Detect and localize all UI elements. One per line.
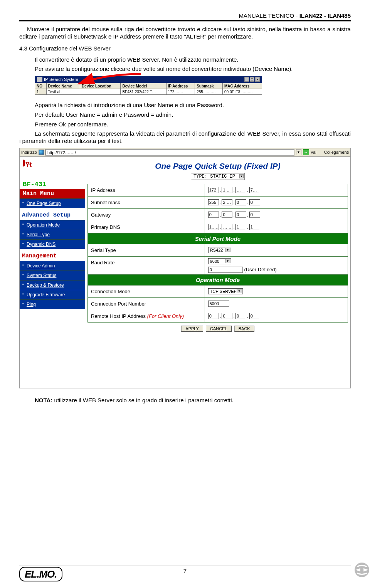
main-panel: One Page Quick Setup (Fixed IP) TYPE: ST…	[85, 157, 350, 388]
baud-select[interactable]	[208, 258, 231, 264]
subnet-octet-2[interactable]	[222, 199, 232, 205]
col-no: NO	[35, 83, 47, 89]
subnet-octet-4[interactable]	[249, 199, 260, 205]
dns-octet-1[interactable]	[208, 224, 219, 230]
label-subnet: Subnet mask	[88, 196, 205, 208]
row-subnet-mask: Subnet mask ...	[88, 196, 348, 208]
table-row[interactable]: 1 TestLab BF431 232/422 T… 172.…… 255.………	[35, 89, 262, 95]
nota-text: utilizzare il WEB Server solo se in grad…	[52, 397, 233, 403]
links-label: Collegamenti	[324, 150, 349, 155]
baud-user-defined-label: (User Defined)	[244, 267, 277, 272]
device-model: BF-431	[20, 181, 85, 189]
ip-octet-2[interactable]	[222, 187, 232, 193]
apply-button[interactable]: APPLY	[181, 326, 203, 332]
cell-ip: 172.……	[166, 89, 195, 95]
row-gateway: Gateway ...	[88, 208, 348, 221]
col-ip-address: IP Address	[166, 83, 195, 89]
ip-octet-1[interactable]	[208, 187, 219, 193]
value-baud: (User Defined)	[205, 256, 348, 274]
dns-octet-3[interactable]	[235, 224, 246, 230]
advanced-setup-heading: Advanced Setup	[20, 208, 85, 220]
sidebar-item-device-admin[interactable]: Device Admin	[20, 261, 85, 270]
cell-device-location	[80, 89, 121, 95]
cell-device-model: BF431 232/422 T…	[121, 89, 166, 95]
sidebar-item-upgrade-firmware[interactable]: Upgrade Firmware	[20, 290, 85, 299]
gateway-octet-4[interactable]	[249, 212, 260, 218]
col-device-name: Device Name	[46, 83, 80, 89]
gateway-octet-3[interactable]	[235, 212, 246, 218]
sidebar-item-backup-restore[interactable]: Backup & Restore	[20, 280, 85, 290]
gateway-octet-1[interactable]	[208, 212, 219, 218]
web-server-screenshot: Indirizzo http://172.……/ ▾ → Vai Collega…	[19, 148, 351, 388]
row-serial-type: Serial Type	[88, 244, 348, 256]
section-operation-mode: Operation Mode	[88, 274, 348, 285]
sidebar-item-ping[interactable]: Ping	[20, 299, 85, 309]
subnet-octet-3[interactable]	[235, 199, 246, 205]
label-remote-host: Remote Host IP Address (For Client Only)	[88, 310, 205, 322]
sidebar-item-serial-type[interactable]: Serial Type	[20, 230, 85, 239]
sidebar: TM BF-431 Main Menu One Page Setup Advan…	[20, 157, 85, 388]
section-serial-label: Serial Port Mode	[88, 233, 348, 244]
col-mac-address: MAC Address	[223, 83, 262, 89]
close-icon[interactable]: ×	[255, 77, 260, 82]
gateway-octet-2[interactable]	[222, 212, 232, 218]
ip-search-title: IP-Search System	[44, 77, 244, 82]
vendor-logo: TM	[20, 157, 85, 181]
url-field[interactable]: http://172.……/	[45, 149, 294, 156]
footer-rule	[19, 566, 351, 566]
label-remote-host-note: (For Client Only)	[147, 313, 184, 319]
sidebar-item-one-page-setup[interactable]: One Page Setup	[20, 198, 85, 208]
serial-type-select[interactable]	[208, 247, 231, 253]
elmo-logo: EL.MO.	[19, 568, 62, 580]
subnet-octet-1[interactable]	[208, 199, 219, 205]
globe-icon	[39, 150, 44, 155]
back-button[interactable]: BACK	[234, 326, 254, 332]
ip-octet-3[interactable]	[235, 187, 246, 193]
quick-setup-title: One Page Quick Setup (Fixed IP)	[87, 161, 348, 171]
remote-octet-1[interactable]	[208, 313, 219, 319]
address-label: Indirizzo	[21, 150, 37, 155]
paragraph-7: La schermata seguente rappresenta la vid…	[19, 130, 351, 145]
label-ip-address: IP Address	[88, 184, 205, 196]
maximize-icon[interactable]: □	[250, 77, 254, 82]
section-serial-port-mode: Serial Port Mode	[88, 233, 348, 244]
type-select[interactable]: TYPE: STATIC IP	[191, 173, 245, 180]
sidebar-item-operation-mode[interactable]: Operation Mode	[20, 220, 85, 230]
cell-device-name: TestLab	[46, 89, 80, 95]
ip-search-screenshot: IP-Search System _ □ × NO Device Name De…	[35, 76, 262, 95]
sidebar-item-dynamic-dns[interactable]: Dynamic DNS	[20, 239, 85, 249]
app-icon	[37, 77, 42, 82]
button-row: APPLY CANCEL BACK	[87, 323, 348, 335]
paragraph-1: Muovere il puntatore del mouse sulla rig…	[19, 26, 351, 40]
value-ip-address: ...	[205, 184, 348, 196]
header-rule-thin	[19, 22, 351, 22]
table-header-row: NO Device Name Device Location Device Mo…	[35, 83, 262, 89]
label-baud: Baud Rate	[88, 256, 205, 274]
row-connection-port: Connection Port Number	[88, 297, 348, 310]
elmo-logo-text: EL.MO.	[19, 567, 62, 581]
dns-octet-4[interactable]	[249, 224, 260, 230]
label-gateway: Gateway	[88, 208, 205, 221]
connection-mode-select[interactable]	[208, 288, 243, 294]
ip-search-titlebar: IP-Search System _ □ ×	[35, 76, 262, 83]
remote-octet-3[interactable]	[235, 313, 246, 319]
page-number: 7	[19, 568, 351, 574]
dns-octet-2[interactable]	[222, 224, 232, 230]
cell-no: 1	[35, 89, 47, 95]
sidebar-item-system-status[interactable]: System Status	[20, 270, 85, 280]
baud-user-defined-input[interactable]	[208, 267, 243, 273]
url-dropdown-icon[interactable]: ▾	[296, 149, 301, 155]
header-title-plain: MANUALE TECNICO -	[239, 12, 299, 19]
cancel-button[interactable]: CANCEL	[206, 326, 232, 332]
remote-octet-2[interactable]	[222, 313, 232, 319]
section-operation-label: Operation Mode	[88, 274, 348, 285]
paragraph-5: Per default: User Name = admin e Passwor…	[35, 111, 351, 119]
nota-line: NOTA: utilizzare il WEB Server solo se i…	[35, 397, 351, 403]
connection-port-input[interactable]	[208, 301, 229, 307]
main-menu-heading: Main Menu	[20, 189, 85, 198]
logo-icon	[23, 160, 25, 166]
remote-octet-4[interactable]	[249, 313, 260, 319]
ip-octet-4[interactable]	[249, 187, 260, 193]
go-button[interactable]: →	[303, 149, 309, 155]
minimize-icon[interactable]: _	[244, 77, 249, 82]
